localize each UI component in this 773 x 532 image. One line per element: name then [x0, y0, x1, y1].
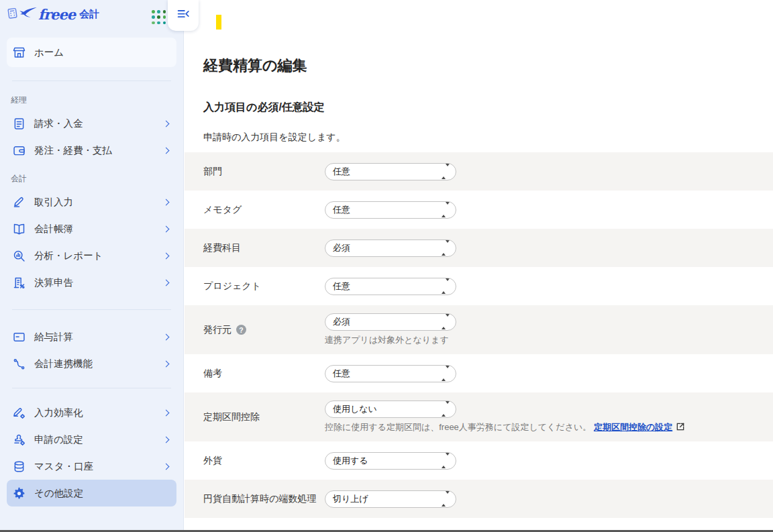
chevron-right-icon — [163, 252, 170, 259]
sidebar-collapse-icon — [176, 7, 191, 24]
sidebar-item-payroll[interactable]: 給与計算 — [7, 323, 176, 350]
storefront-icon — [11, 45, 26, 60]
sidebar-divider — [12, 388, 171, 388]
sidebar-collapse-button[interactable] — [168, 0, 199, 31]
sidebar-item-label: 会計連携機能 — [34, 358, 93, 370]
report-magnifier-icon — [11, 248, 26, 263]
yen-rounding-select[interactable]: 切り上げ — [325, 490, 456, 508]
select-arrows-icon — [442, 401, 450, 417]
sidebar: freee 会計 ホーム 経理 — [0, 0, 184, 530]
row-label: 備考 — [203, 368, 325, 380]
sidebar-divider — [12, 81, 171, 81]
section-description: 申請時の入力項目を設定します。 — [185, 115, 773, 144]
sidebar-item-billing[interactable]: 請求・入金 — [7, 110, 176, 137]
select-arrows-icon — [442, 453, 450, 469]
row-label: 定期区間控除 — [203, 411, 325, 423]
chevron-right-icon — [163, 147, 170, 154]
external-link-icon — [676, 422, 685, 433]
row-label: 経費科目 — [203, 242, 325, 254]
select-arrows-icon — [442, 202, 450, 218]
chevron-right-icon — [163, 360, 170, 367]
chevron-right-icon — [163, 436, 170, 443]
wallet-icon — [11, 143, 26, 158]
table-row-yen-rounding: 円貨自動計算時の端数処理 切り上げ — [185, 480, 773, 518]
row-label: メモタグ — [203, 204, 325, 216]
settings-table: 部門 任意 メモタグ 任意 経費科目 必須 プロジェクト 任意 発行元 ? 必須… — [185, 152, 773, 518]
sidebar-item-expenses[interactable]: 発注・経費・支払 — [7, 137, 176, 164]
page-title: 経費精算の編集 — [185, 0, 773, 76]
chevron-right-icon — [163, 463, 170, 470]
department-select[interactable]: 任意 — [325, 163, 456, 180]
row-label: 円貨自動計算時の端数処理 — [203, 493, 325, 505]
chevron-right-icon — [163, 333, 170, 340]
payroll-card-icon — [11, 329, 26, 344]
memo-tag-select[interactable]: 任意 — [325, 201, 456, 219]
table-row-project: プロジェクト 任意 — [185, 267, 773, 305]
sidebar-item-other-settings[interactable]: その他設定 — [7, 480, 176, 507]
commuter-deduction-note: 控除に使用する定期区間は、freee人事労務にて設定してください。 定期区間控除… — [325, 421, 685, 433]
select-arrows-icon — [442, 164, 450, 180]
table-row-memo-tag: メモタグ 任意 — [185, 191, 773, 229]
project-select[interactable]: 任意 — [325, 278, 456, 295]
calculator-icon — [7, 7, 18, 21]
sidebar-item-label: 入力効率化 — [34, 407, 83, 419]
commuter-deduction-settings-link[interactable]: 定期区間控除の設定 — [594, 422, 672, 432]
sidebar-item-reports[interactable]: 分析・レポート — [7, 242, 176, 269]
sidebar-item-label: 発注・経費・支払 — [34, 144, 112, 157]
sidebar-item-label: 分析・レポート — [34, 250, 103, 262]
sidebar-item-integrations[interactable]: 会計連携機能 — [7, 350, 176, 377]
select-arrows-icon — [442, 366, 450, 382]
sidebar-item-ledgers[interactable]: 会計帳簿 — [7, 215, 176, 242]
commuter-deduction-select[interactable]: 使用しない — [325, 401, 456, 418]
brand-wordmark: freee — [38, 6, 75, 23]
section-title: 入力項目の必須/任意設定 — [185, 76, 773, 115]
main-content: 経費精算の編集 入力項目の必須/任意設定 申請時の入力項目を設定します。 部門 … — [185, 0, 773, 530]
chevron-right-icon — [163, 409, 170, 416]
book-icon — [11, 221, 26, 236]
sidebar-item-master-accounts[interactable]: マスタ・口座 — [7, 453, 176, 480]
row-label: 外貨 — [203, 455, 325, 467]
select-arrows-icon — [442, 491, 450, 507]
chevron-right-icon — [163, 279, 170, 286]
expense-category-select[interactable]: 必須 — [325, 240, 456, 257]
sidebar-item-request-settings[interactable]: 申請の設定 — [7, 426, 176, 453]
sidebar-item-label: 決算申告 — [34, 276, 73, 289]
select-arrows-icon — [442, 278, 450, 295]
sidebar-item-label: その他設定 — [34, 487, 83, 500]
table-row-commuter-deduction: 定期区間控除 使用しない 控除に使用する定期区間は、freee人事労務にて設定し… — [185, 392, 773, 441]
sidebar-item-transactions[interactable]: 取引入力 — [7, 189, 176, 215]
yellow-indicator — [216, 15, 221, 30]
table-row-foreign-currency: 外貨 使用する — [185, 441, 773, 480]
swallow-icon — [19, 7, 38, 23]
table-row-remarks: 備考 任意 — [185, 354, 773, 392]
sidebar-item-input-efficiency[interactable]: 入力効率化 — [7, 399, 176, 426]
database-icon — [11, 459, 26, 474]
sidebar-section-accounting: 会計 — [11, 173, 183, 184]
issuer-select[interactable]: 必須 — [325, 313, 456, 331]
chevron-right-icon — [163, 225, 170, 232]
integration-icon — [11, 356, 26, 371]
sidebar-item-label: 申請の設定 — [34, 433, 83, 446]
issuer-note: 連携アプリは対象外となります — [325, 334, 456, 346]
apps-grid-icon[interactable] — [152, 10, 166, 25]
remarks-select[interactable]: 任意 — [325, 365, 456, 382]
pen-icon — [11, 195, 26, 209]
sidebar-header: freee 会計 — [0, 0, 183, 34]
sidebar-item-home[interactable]: ホーム — [7, 38, 176, 67]
table-row-department: 部門 任意 — [185, 152, 773, 191]
sidebar-item-tax-filing[interactable]: 決算申告 — [7, 269, 176, 296]
sidebar-section-accounting-ops: 経理 — [11, 95, 183, 106]
freee-logo[interactable]: freee 会計 — [7, 6, 99, 23]
select-arrows-icon — [442, 314, 450, 330]
tax-building-icon — [11, 275, 26, 290]
foreign-currency-select[interactable]: 使用する — [325, 452, 456, 470]
invoice-icon — [11, 116, 26, 131]
chevron-right-icon — [163, 199, 170, 205]
sidebar-item-label: 請求・入金 — [34, 117, 83, 130]
help-icon[interactable]: ? — [236, 325, 246, 335]
select-arrows-icon — [442, 240, 450, 256]
sidebar-item-label: ホーム — [34, 46, 64, 59]
product-name: 会計 — [79, 8, 99, 21]
chevron-right-icon — [163, 120, 170, 127]
table-row-issuer: 発行元 ? 必須 連携アプリは対象外となります — [185, 305, 773, 354]
